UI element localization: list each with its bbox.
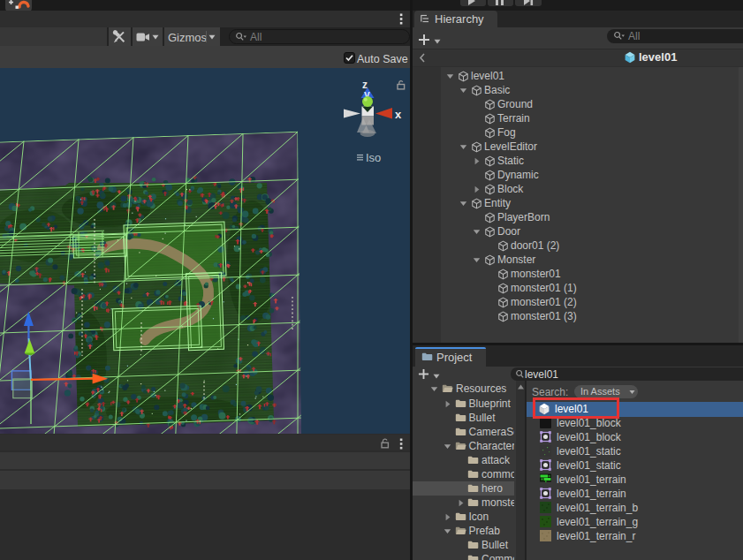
svg-text:x: x (395, 108, 402, 121)
svg-text:Iso: Iso (366, 151, 381, 164)
